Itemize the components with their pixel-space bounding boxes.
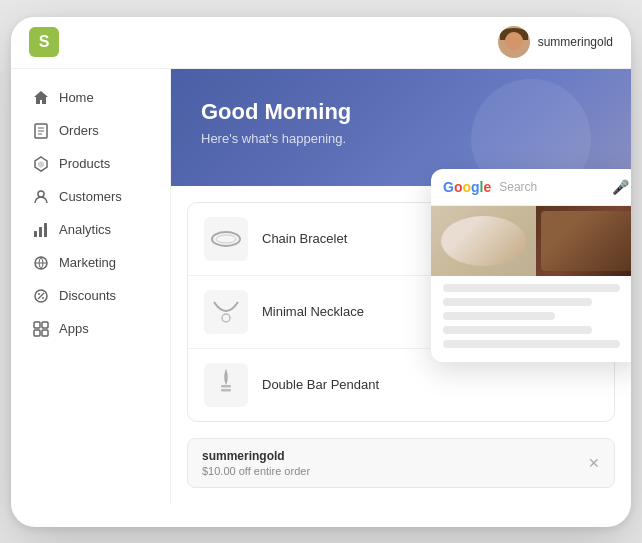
result-line-2 bbox=[443, 298, 592, 306]
google-search-placeholder: Search bbox=[499, 180, 604, 194]
result-line-1 bbox=[443, 284, 620, 292]
result-line-4 bbox=[443, 326, 592, 334]
discount-info: summeringold $10.00 off entire order bbox=[202, 449, 310, 477]
svg-rect-18 bbox=[34, 330, 40, 336]
google-logo: G o o g l e bbox=[443, 179, 491, 195]
orders-icon bbox=[33, 123, 49, 139]
main-area: Home Orders Products bbox=[11, 69, 631, 504]
pendant-icon bbox=[210, 369, 242, 401]
close-discount-button[interactable]: ✕ bbox=[588, 455, 600, 471]
sidebar-item-discounts[interactable]: Discounts bbox=[17, 280, 164, 312]
discounts-icon bbox=[33, 288, 49, 304]
product-name-1: Chain Bracelet bbox=[262, 231, 347, 246]
svg-marker-5 bbox=[38, 161, 44, 168]
sidebar-item-home[interactable]: Home bbox=[17, 82, 164, 114]
svg-rect-19 bbox=[42, 330, 48, 336]
avatar-face bbox=[505, 32, 523, 50]
shopify-logo: S bbox=[29, 27, 59, 57]
customers-icon bbox=[33, 189, 49, 205]
hero-title: Good Morning bbox=[201, 99, 601, 125]
sidebar: Home Orders Products bbox=[11, 69, 171, 504]
svg-rect-24 bbox=[221, 389, 231, 392]
product-name-2: Minimal Necklace bbox=[262, 304, 364, 319]
bracelet-icon bbox=[210, 229, 242, 249]
product-thumb-2 bbox=[204, 290, 248, 334]
svg-rect-23 bbox=[221, 385, 231, 388]
google-search-overlay: G o o g l e Search 🎤 bbox=[431, 169, 631, 362]
svg-rect-7 bbox=[34, 231, 37, 237]
svg-point-15 bbox=[42, 297, 44, 299]
hero-subtitle: Here's what's happening. bbox=[201, 131, 601, 146]
google-search-bar[interactable]: G o o g l e Search 🎤 bbox=[431, 169, 631, 206]
discount-bar: summeringold $10.00 off entire order ✕ bbox=[187, 438, 615, 488]
svg-rect-8 bbox=[39, 227, 42, 237]
sidebar-item-products[interactable]: Products bbox=[17, 148, 164, 180]
analytics-icon bbox=[33, 222, 49, 238]
top-bar: S summeringold bbox=[11, 17, 631, 69]
svg-rect-9 bbox=[44, 223, 47, 237]
products-icon bbox=[33, 156, 49, 172]
discount-description: $10.00 off entire order bbox=[202, 465, 310, 477]
google-image-right bbox=[536, 206, 631, 276]
product-name-3: Double Bar Pendant bbox=[262, 377, 379, 392]
user-section: summeringold bbox=[498, 26, 613, 58]
product-thumb-3 bbox=[204, 363, 248, 407]
content-area: Good Morning Here's what's happening. Ch… bbox=[171, 69, 631, 504]
sidebar-item-analytics[interactable]: Analytics bbox=[17, 214, 164, 246]
username-label: summeringold bbox=[538, 35, 613, 49]
product-thumb-1 bbox=[204, 217, 248, 261]
sidebar-item-apps[interactable]: Apps bbox=[17, 313, 164, 345]
discount-code: summeringold bbox=[202, 449, 310, 463]
microphone-icon[interactable]: 🎤 bbox=[612, 179, 629, 195]
hero-section: Good Morning Here's what's happening. bbox=[171, 69, 631, 186]
sidebar-item-marketing[interactable]: Marketing bbox=[17, 247, 164, 279]
device-frame: S summeringold Home bbox=[11, 17, 631, 527]
result-line-3 bbox=[443, 312, 555, 320]
google-image-results bbox=[431, 206, 631, 276]
avatar[interactable] bbox=[498, 26, 530, 58]
sidebar-item-customers[interactable]: Customers bbox=[17, 181, 164, 213]
marketing-icon bbox=[33, 255, 49, 271]
necklace-icon bbox=[210, 298, 242, 326]
apps-icon bbox=[33, 321, 49, 337]
svg-point-22 bbox=[222, 314, 230, 322]
sidebar-item-orders[interactable]: Orders bbox=[17, 115, 164, 147]
svg-point-6 bbox=[38, 191, 44, 197]
result-line-5 bbox=[443, 340, 620, 348]
svg-rect-16 bbox=[34, 322, 40, 328]
svg-rect-17 bbox=[42, 322, 48, 328]
google-image-left bbox=[431, 206, 536, 276]
svg-point-14 bbox=[38, 293, 40, 295]
home-icon bbox=[33, 90, 49, 106]
svg-point-21 bbox=[216, 235, 236, 243]
google-text-results bbox=[431, 276, 631, 362]
